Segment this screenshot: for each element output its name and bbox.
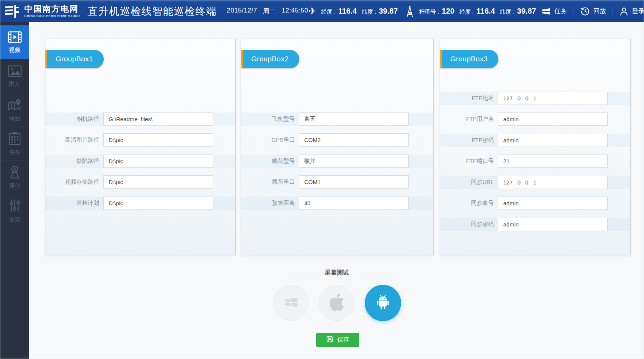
- sidebar-item-tasks[interactable]: 任务: [0, 126, 29, 160]
- brand-name-cn: 中国南方电网: [24, 5, 80, 13]
- ftp-address-input[interactable]: [498, 92, 608, 105]
- antenna-icon: [7, 165, 22, 180]
- flight-longitude: 经度 : 116.4: [321, 7, 357, 16]
- field-label: 高清图片路径: [45, 136, 103, 144]
- sidebar-item-label: 地图: [9, 115, 20, 122]
- brand-name-en: CHINA SOUTHERN POWER GRID: [24, 14, 80, 18]
- sidebar-item-label: 任务: [9, 149, 20, 156]
- weekday-text: 周二: [263, 7, 276, 16]
- page-title: 直升机巡检线智能巡检终端: [87, 5, 217, 18]
- left-sidebar: 视频 图片: [0, 22, 29, 359]
- header-divider: [613, 6, 613, 17]
- image-icon: [7, 65, 22, 78]
- replay-button-label: 回放: [593, 7, 606, 16]
- user-icon: [619, 7, 628, 16]
- form-row: 相机路径: [45, 112, 235, 126]
- camera-path-input[interactable]: [103, 112, 213, 126]
- groupbox2-tab: GroupBox2: [241, 50, 299, 68]
- form-row: 高清图片路径: [45, 133, 235, 147]
- sync-account-input[interactable]: [498, 197, 608, 210]
- save-button-label: 保存: [337, 336, 349, 344]
- time-text: 12:45:50: [282, 7, 308, 16]
- ftp-password-input[interactable]: [498, 134, 608, 147]
- csg-logo-icon: [4, 4, 21, 19]
- field-label: 相机路径: [45, 116, 103, 123]
- date-text: 2015/12/7: [227, 7, 257, 16]
- screen-test-buttons: [241, 285, 434, 321]
- clipboard-icon: [8, 131, 22, 146]
- app-window: 中国南方电网 CHINA SOUTHERN POWER GRID 直升机巡检线智…: [0, 0, 644, 359]
- sidebar-item-video[interactable]: 视频: [0, 25, 29, 59]
- tower-longitude: 经度 : 116.4: [459, 7, 495, 16]
- sidebar-item-comm[interactable]: 通信: [0, 160, 29, 194]
- form-row: FTP端口号: [440, 155, 630, 168]
- tasks-button[interactable]: 任务: [541, 6, 567, 16]
- map-pin-icon: [7, 98, 22, 112]
- form-row: 载荷串口: [241, 175, 433, 189]
- inspection-plan-input[interactable]: [103, 197, 213, 210]
- flight-gps-group: ✈ 经度 : 116.4 纬度 : 39.87: [308, 6, 398, 16]
- sync-url-input[interactable]: [498, 176, 608, 189]
- replay-clock-icon: [580, 6, 590, 16]
- defect-path-input[interactable]: [103, 155, 213, 168]
- flight-latitude: 纬度 : 39.87: [362, 7, 398, 16]
- field-label: 缺陷路径: [45, 158, 103, 165]
- form-row: 同步密码: [440, 218, 630, 231]
- apple-test-button[interactable]: [319, 285, 355, 321]
- form-row: GPS串口: [241, 133, 433, 147]
- form-row: 飞机型号: [241, 112, 433, 126]
- sidebar-item-label: 设置: [9, 216, 20, 223]
- android-logo-icon: [373, 293, 392, 313]
- form-row: 视频存储路径: [45, 175, 235, 189]
- form-row: 同步URL: [440, 176, 630, 189]
- field-label: FTP用户名: [440, 116, 498, 123]
- form-row: 同步账号: [440, 197, 630, 210]
- form-row: 缺陷路径: [45, 155, 235, 168]
- video-storage-path-input[interactable]: [103, 175, 213, 189]
- brand-logo: 中国南方电网 CHINA SOUTHERN POWER GRID: [4, 4, 80, 19]
- field-label: 巡检计划: [45, 200, 103, 207]
- payload-model-input[interactable]: [299, 155, 409, 168]
- windows-test-button[interactable]: [273, 285, 309, 321]
- groupbox3-tab: GroupBox3: [440, 50, 498, 68]
- form-row: 载荷型号: [241, 155, 433, 168]
- sidebar-item-label: 图片: [9, 81, 20, 88]
- login-button[interactable]: 登录: [619, 7, 644, 16]
- header-divider: [574, 6, 574, 17]
- payload-serial-port-input[interactable]: [299, 175, 409, 189]
- field-label: FTP密码: [440, 137, 498, 144]
- floppy-disk-icon: [326, 336, 333, 344]
- video-icon: [7, 31, 22, 44]
- ftp-port-input[interactable]: [498, 155, 608, 168]
- sidebar-item-settings[interactable]: 设置: [0, 194, 29, 228]
- gps-serial-port-input[interactable]: [299, 133, 409, 147]
- sync-password-input[interactable]: [498, 218, 608, 231]
- screen-test-header: 屏幕测试: [284, 269, 390, 277]
- form-row: 预警距离: [241, 197, 433, 210]
- sidebar-item-label: 通信: [9, 183, 20, 190]
- datetime-display: 2015/12/7 周二 12:45:50: [227, 7, 308, 16]
- tiles-icon: [541, 6, 551, 16]
- tasks-button-label: 任务: [554, 7, 567, 16]
- replay-button[interactable]: 回放: [580, 6, 606, 16]
- sliders-icon: [8, 199, 22, 213]
- sidebar-item-images[interactable]: 图片: [0, 59, 29, 93]
- groupbox1-panel: GroupBox1 相机路径 高清图片路径 缺陷路径 视频存储路径: [45, 39, 236, 255]
- form-row: 巡检计划: [45, 197, 235, 210]
- field-label: 载荷串口: [241, 178, 299, 186]
- warning-distance-input[interactable]: [299, 197, 409, 210]
- form-row: FTP密码: [440, 134, 630, 147]
- hd-image-path-input[interactable]: [103, 133, 213, 147]
- windows-logo-icon: [283, 295, 299, 311]
- sidebar-item-map[interactable]: 地图: [0, 93, 29, 126]
- field-label: 视频存储路径: [45, 178, 103, 186]
- save-button[interactable]: 保存: [316, 333, 359, 347]
- tower-gps-group: 杆塔号 : 120 经度 : 116.4 纬度 : 39.87: [406, 5, 536, 17]
- android-test-button[interactable]: [365, 285, 401, 321]
- tower-number: 杆塔号 : 120: [419, 7, 454, 16]
- field-label: 同步URL: [440, 179, 498, 186]
- aircraft-model-input[interactable]: [299, 112, 409, 126]
- ftp-username-input[interactable]: [498, 112, 608, 126]
- field-label: 同步账号: [440, 200, 498, 207]
- groupbox2-panel: GroupBox2 飞机型号 GPS串口 载荷型号 载荷串口: [241, 39, 434, 255]
